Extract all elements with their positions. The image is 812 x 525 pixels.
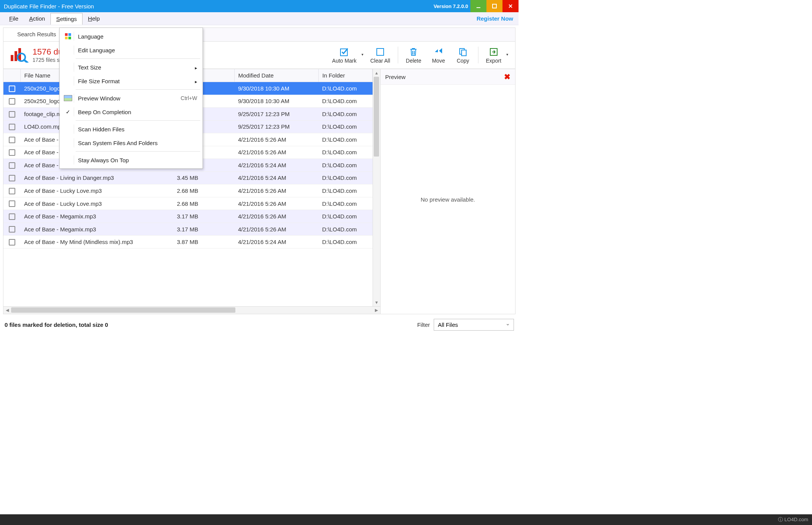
vertical-scrollbar[interactable]: ▲ ▼ (373, 69, 380, 306)
cell-modified: 4/21/2016 5:24 AM (234, 159, 318, 172)
table-row[interactable]: Ace of Base - Megamix.mp33.17 MB4/21/201… (3, 223, 373, 236)
auto-mark-button[interactable]: Auto Mark (327, 45, 365, 65)
row-checkbox[interactable] (9, 200, 15, 207)
cell-filename: Ace of Base - Megamix.mp3 (20, 210, 173, 223)
menu-action[interactable]: Action (24, 13, 50, 24)
minimize-button[interactable] (470, 0, 486, 12)
cell-infolder: D:\LO4D.com (318, 120, 373, 133)
cell-filename: Ace of Base - Megamix.mp3 (20, 223, 173, 236)
menu-separator (76, 89, 200, 90)
toolbar-separator (398, 47, 398, 63)
cell-modified: 4/21/2016 5:26 AM (234, 223, 318, 236)
scroll-left-arrow-icon[interactable]: ◀ (3, 308, 11, 313)
move-icon (434, 46, 444, 58)
svg-rect-1 (493, 4, 496, 8)
cell-modified: 9/25/2017 12:23 PM (234, 120, 318, 133)
menu-settings[interactable]: Settings (50, 13, 83, 25)
cell-infolder: D:\LO4D.com (318, 210, 373, 223)
toolbar-separator (478, 47, 478, 63)
scroll-right-arrow-icon[interactable]: ▶ (373, 308, 380, 313)
cell-infolder: D:\LO4D.com (318, 146, 373, 159)
row-checkbox[interactable] (9, 175, 15, 181)
menu-stay-on-top[interactable]: Stay Always On Top (60, 153, 203, 167)
menu-language[interactable]: Language (60, 29, 203, 43)
clear-all-button[interactable]: Clear All (366, 45, 395, 65)
menu-beep-on-completion[interactable]: ✓ Beep On Completion (60, 105, 203, 119)
language-icon (62, 32, 74, 41)
horizontal-scrollbar[interactable]: ◀ ▶ (3, 306, 380, 314)
menu-file[interactable]: File (4, 13, 24, 24)
register-now-link[interactable]: Register Now (477, 15, 515, 22)
cell-infolder: D:\LO4D.com (318, 82, 373, 95)
row-checkbox[interactable] (9, 86, 15, 92)
cell-infolder: D:\LO4D.com (318, 197, 373, 210)
scrollbar-thumb[interactable] (374, 77, 379, 157)
scroll-down-arrow-icon[interactable]: ▼ (373, 299, 380, 306)
row-checkbox[interactable] (9, 98, 15, 105)
close-button[interactable] (502, 0, 519, 12)
row-checkbox[interactable] (9, 149, 15, 156)
export-icon (489, 46, 499, 58)
cell-infolder: D:\LO4D.com (318, 108, 373, 121)
menu-separator (76, 151, 200, 152)
cell-size: 2.68 MB (173, 184, 234, 197)
trash-icon (408, 46, 418, 58)
row-checkbox[interactable] (9, 111, 15, 118)
row-checkbox[interactable] (9, 162, 15, 169)
move-button[interactable]: Move (427, 45, 451, 65)
cell-modified: 9/30/2018 10:30 AM (234, 95, 318, 108)
menu-preview-window[interactable]: Preview Window Ctrl+W (60, 91, 203, 105)
row-checkbox[interactable] (9, 226, 15, 233)
table-row[interactable]: Ace of Base - Living in Danger.mp33.45 M… (3, 171, 373, 184)
submenu-arrow-icon (192, 78, 197, 84)
export-button[interactable]: Export (481, 45, 510, 65)
copy-button[interactable]: Copy (451, 45, 475, 65)
svg-rect-6 (65, 37, 68, 39)
menu-text-size[interactable]: Text Size (60, 60, 203, 74)
empty-box-icon (375, 46, 385, 58)
delete-button[interactable]: Delete (401, 45, 426, 65)
svg-rect-4 (65, 33, 68, 36)
cell-size: 3.17 MB (173, 210, 234, 223)
submenu-arrow-icon (192, 64, 197, 71)
column-infolder[interactable]: In Folder (318, 69, 373, 82)
cell-filename: Ace of Base - Lucky Love.mp3 (20, 197, 173, 210)
scroll-up-arrow-icon[interactable]: ▲ (373, 69, 380, 77)
table-row[interactable]: Ace of Base - My Mind (Mindless mix).mp3… (3, 236, 373, 249)
preview-icon (64, 95, 72, 101)
menu-edit-language[interactable]: Edit Language (60, 43, 203, 57)
menubar: File Action Settings Help Register Now (0, 12, 519, 25)
row-checkbox[interactable] (9, 137, 15, 143)
filter-select[interactable]: All Files (434, 319, 514, 331)
cell-infolder: D:\LO4D.com (318, 171, 373, 184)
table-row[interactable]: Ace of Base - Lucky Love.mp32.68 MB4/21/… (3, 184, 373, 197)
row-checkbox[interactable] (9, 188, 15, 194)
cell-filename: Ace of Base - Living in Danger.mp3 (20, 171, 173, 184)
table-row[interactable]: Ace of Base - Megamix.mp33.17 MB4/21/201… (3, 210, 373, 223)
menu-separator (76, 120, 200, 121)
preview-empty-label: No preview available. (421, 196, 475, 203)
scrollbar-thumb[interactable] (11, 307, 235, 313)
column-modified[interactable]: Modified Date (234, 69, 318, 82)
menu-help[interactable]: Help (83, 13, 105, 24)
column-checkbox[interactable] (3, 69, 20, 82)
cell-size: 3.45 MB (173, 171, 234, 184)
svg-rect-5 (68, 33, 71, 36)
row-checkbox[interactable] (9, 213, 15, 220)
row-checkbox[interactable] (9, 239, 15, 246)
row-checkbox[interactable] (9, 124, 15, 130)
menu-separator (76, 58, 200, 59)
menu-file-size-format[interactable]: File Size Format (60, 74, 203, 88)
preview-panel: Preview ✖ No preview available. (381, 69, 515, 314)
toolbar: Auto Mark Clear All Delete Move Copy Exp… (327, 45, 510, 65)
settings-dropdown: Language Edit Language Text Size File Si… (59, 27, 203, 169)
maximize-button[interactable] (486, 0, 502, 12)
menu-scan-hidden[interactable]: Scan Hidden Files (60, 122, 203, 136)
version-label: Version 7.2.0.0 (434, 3, 468, 9)
menu-scan-system[interactable]: Scan System Files And Folders (60, 136, 203, 150)
cell-filename: Ace of Base - Lucky Love.mp3 (20, 184, 173, 197)
cell-modified: 9/30/2018 10:30 AM (234, 82, 318, 95)
cell-modified: 4/21/2016 5:24 AM (234, 171, 318, 184)
table-row[interactable]: Ace of Base - Lucky Love.mp32.68 MB4/21/… (3, 197, 373, 210)
preview-close-icon[interactable]: ✖ (504, 72, 511, 81)
